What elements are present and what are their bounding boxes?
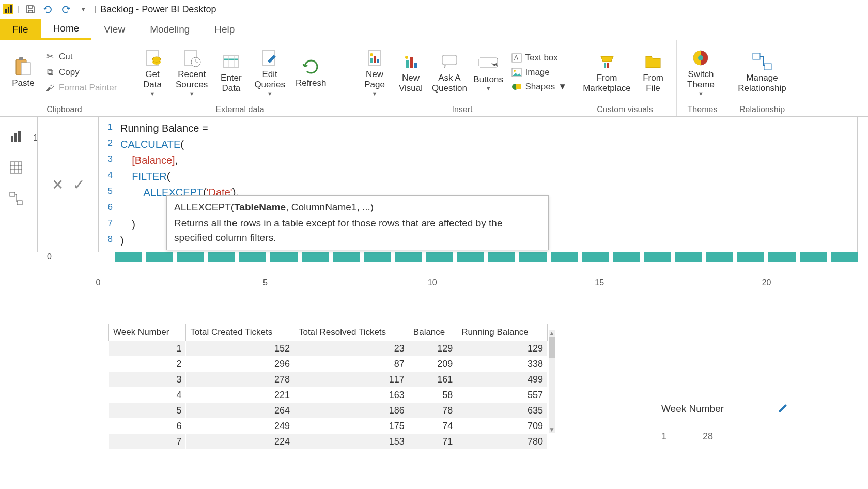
cancel-formula-icon[interactable]: ✕: [52, 176, 64, 193]
svg-point-27: [514, 70, 516, 72]
home-tab[interactable]: Home: [41, 19, 92, 40]
svg-rect-30: [604, 63, 606, 68]
get-data-button[interactable]: Get Data▼: [134, 45, 171, 99]
insert-group-label: Insert: [351, 104, 573, 116]
table-row[interactable]: 526418678635: [109, 403, 548, 419]
ribbon: Paste ✂Cut ⧉Copy 🖌Format Painter Clipboa…: [0, 40, 868, 117]
file-tab[interactable]: File: [0, 19, 41, 40]
svg-rect-36: [11, 136, 13, 142]
enter-data-button[interactable]: Enter Data: [213, 49, 249, 95]
svg-rect-29: [516, 84, 521, 89]
table-row[interactable]: 624917574709: [109, 419, 548, 434]
svg-point-14: [370, 53, 373, 56]
svg-rect-35: [764, 64, 771, 70]
ask-question-button[interactable]: Ask A Question: [429, 49, 470, 95]
brush-icon: 🖌: [44, 82, 56, 94]
view-tab[interactable]: View: [91, 19, 137, 40]
app-icon: [3, 4, 13, 14]
from-file-button[interactable]: From File: [635, 49, 671, 95]
table-row[interactable]: 115223129129: [109, 341, 548, 357]
switch-theme-button[interactable]: Switch Theme▼: [682, 45, 720, 99]
model-view-icon[interactable]: [6, 188, 26, 209]
title-bar: | ▼ | Backlog - Power BI Desktop: [0, 0, 868, 19]
week-number-slicer[interactable]: Week Number 1 28: [661, 403, 724, 442]
menu-bar: File Home View Modeling Help: [0, 19, 868, 40]
textbox-button[interactable]: AText box: [510, 51, 568, 65]
themes-group-label: Themes: [677, 104, 728, 116]
format-painter-button[interactable]: 🖌Format Painter: [43, 81, 118, 95]
svg-text:A: A: [514, 54, 518, 62]
commit-formula-icon[interactable]: ✓: [73, 176, 85, 193]
report-view-icon[interactable]: [6, 126, 26, 147]
svg-point-33: [698, 55, 703, 60]
textbox-icon: A: [511, 52, 522, 64]
shapes-button[interactable]: Shapes ▼: [510, 80, 568, 94]
svg-rect-39: [10, 162, 22, 173]
external-data-group-label: External data: [129, 104, 351, 116]
svg-rect-38: [18, 131, 21, 142]
table-row[interactable]: 722415371780: [109, 434, 548, 450]
data-table[interactable]: Week NumberTotal Created TicketsTotal Re…: [109, 324, 548, 442]
new-visual-button[interactable]: New Visual: [393, 49, 429, 95]
help-tab[interactable]: Help: [202, 19, 247, 40]
svg-rect-8: [224, 55, 238, 68]
relationships-group-label: Relationship: [729, 104, 796, 116]
redo-icon[interactable]: [59, 3, 72, 16]
edit-queries-button[interactable]: Edit Queries▼: [249, 45, 290, 99]
slicer-min: 1: [661, 431, 667, 442]
svg-point-5: [152, 57, 161, 62]
table-scrollbar[interactable]: ▲ ▼: [549, 330, 555, 433]
svg-rect-22: [442, 55, 457, 65]
table-row[interactable]: 3278117161499: [109, 372, 548, 388]
svg-rect-21: [414, 63, 417, 68]
svg-rect-17: [377, 59, 379, 63]
svg-rect-15: [370, 58, 373, 63]
intellisense-tooltip: ALLEXCEPT(TableName, ColumnName1, ...) R…: [166, 195, 549, 250]
view-switcher: [0, 117, 32, 489]
svg-rect-31: [607, 63, 609, 68]
svg-rect-44: [10, 192, 15, 196]
scissors-icon: ✂: [44, 51, 56, 63]
svg-rect-19: [406, 60, 409, 68]
column-header[interactable]: Total Created Tickets: [186, 324, 295, 341]
table-row[interactable]: 422116358557: [109, 388, 548, 403]
modeling-tab[interactable]: Modeling: [137, 19, 202, 40]
image-icon: [511, 67, 522, 78]
svg-rect-34: [753, 53, 760, 59]
copy-button[interactable]: ⧉Copy: [43, 66, 118, 79]
table-row[interactable]: 229687209338: [109, 357, 548, 372]
clipboard-group-label: Clipboard: [0, 104, 129, 116]
svg-rect-2: [21, 63, 30, 75]
paste-button[interactable]: Paste: [5, 54, 41, 90]
copy-icon: ⧉: [44, 67, 56, 78]
qat-dropdown-icon[interactable]: ▼: [76, 3, 90, 16]
save-icon[interactable]: [24, 3, 37, 16]
column-header[interactable]: Running Balance: [457, 324, 548, 341]
svg-rect-45: [17, 201, 22, 205]
svg-point-18: [405, 56, 408, 59]
shapes-icon: [511, 81, 522, 93]
refresh-button[interactable]: Refresh: [290, 54, 332, 90]
from-marketplace-button[interactable]: From Marketplace: [579, 49, 635, 95]
buttons-button[interactable]: Buttons▼: [470, 51, 507, 94]
image-button[interactable]: Image: [510, 66, 568, 79]
column-header[interactable]: Total Resolved Tickets: [294, 324, 409, 341]
svg-rect-1: [19, 57, 23, 60]
slicer-max: 28: [703, 431, 713, 442]
svg-rect-37: [14, 133, 17, 142]
manage-relationships-button[interactable]: Manage Relationship: [734, 49, 791, 95]
pencil-icon[interactable]: [778, 402, 791, 414]
data-view-icon[interactable]: [6, 157, 26, 178]
svg-rect-16: [374, 56, 376, 63]
column-header[interactable]: Week Number: [109, 324, 186, 341]
new-page-button[interactable]: New Page▼: [357, 45, 393, 99]
custom-visuals-group-label: Custom visuals: [574, 104, 676, 116]
column-header[interactable]: Balance: [409, 324, 457, 341]
recent-sources-button[interactable]: Recent Sources▼: [171, 45, 213, 99]
window-title: Backlog - Power BI Desktop: [100, 4, 216, 15]
undo-icon[interactable]: [41, 3, 55, 16]
slicer-title: Week Number: [661, 403, 724, 414]
cut-button[interactable]: ✂Cut: [43, 50, 118, 64]
svg-rect-20: [410, 57, 413, 68]
